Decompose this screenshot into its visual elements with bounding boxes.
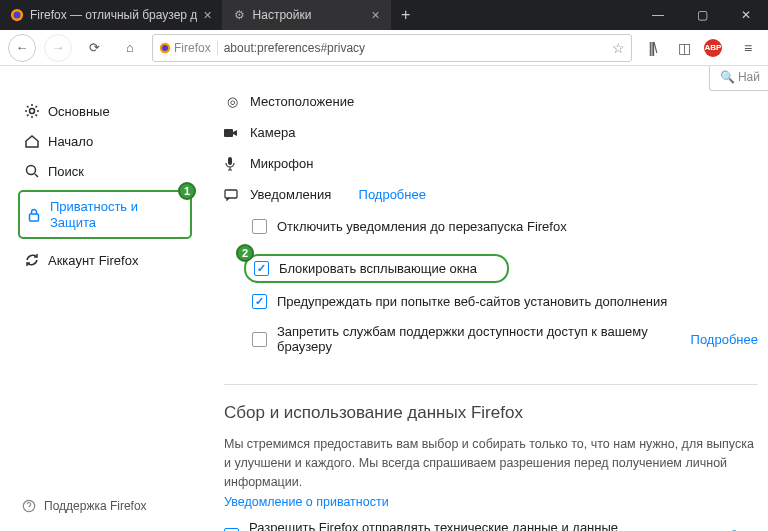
disable-notifications-checkbox-row[interactable]: Отключить уведомления до перезапуска Fir… xyxy=(224,214,758,244)
svg-point-3 xyxy=(162,45,168,51)
tab-settings[interactable]: ⚙ Настройки × xyxy=(223,0,391,30)
checkbox-icon[interactable] xyxy=(254,261,269,276)
telemetry-checkbox-row[interactable]: Разрешить Firefox отправлять технические… xyxy=(224,515,758,531)
sidebar-label: Аккаунт Firefox xyxy=(48,253,138,268)
sidebar-item-search[interactable]: Поиск xyxy=(18,156,192,186)
svg-point-5 xyxy=(27,166,36,175)
tab-firefox[interactable]: Firefox — отличный браузер д × xyxy=(0,0,223,30)
checkbox-icon[interactable] xyxy=(252,219,267,234)
checkbox-label: Запретить службам поддержки доступности … xyxy=(277,324,663,354)
home-button[interactable]: ⌂ xyxy=(116,34,144,62)
data-collection-description: Мы стремимся предоставить вам выбор и со… xyxy=(224,435,758,491)
svg-rect-8 xyxy=(224,129,233,137)
checkbox-icon[interactable] xyxy=(252,332,267,347)
svg-point-1 xyxy=(14,12,21,19)
sidebar-item-privacy[interactable]: Приватность и Защита 1 xyxy=(18,190,192,239)
sync-icon xyxy=(24,252,40,268)
close-icon[interactable]: × xyxy=(203,7,211,23)
tab-title: Firefox — отличный браузер д xyxy=(30,8,197,22)
permission-label: Местоположение xyxy=(250,94,354,109)
downloads-icon[interactable]: |||\ xyxy=(640,40,664,56)
prevent-a11y-checkbox-row[interactable]: Запретить службам поддержки доступности … xyxy=(224,319,758,364)
url-text: about:preferences#privacy xyxy=(224,41,365,55)
permission-notifications: Уведомления Подробнее xyxy=(224,183,758,214)
svg-rect-6 xyxy=(30,214,39,221)
home-icon xyxy=(24,133,40,149)
svg-rect-9 xyxy=(228,157,232,165)
warn-addons-checkbox-row[interactable]: Предупреждать при попытке веб-сайтов уст… xyxy=(224,289,758,319)
checkbox-label: Отключить уведомления до перезапуска Fir… xyxy=(277,219,567,234)
tab-title: Настройки xyxy=(253,8,366,22)
sidebar-label: Начало xyxy=(48,134,93,149)
svg-rect-10 xyxy=(225,190,237,198)
maximize-button[interactable]: ▢ xyxy=(680,0,724,30)
annotation-marker-2: 2 xyxy=(236,244,254,262)
notification-icon xyxy=(224,189,240,201)
close-icon[interactable]: × xyxy=(371,7,379,23)
sidebar-item-account[interactable]: Аккаунт Firefox xyxy=(18,245,192,275)
toolbar: ← → ⟳ ⌂ Firefox about:preferences#privac… xyxy=(0,30,768,66)
annotation-marker-1: 1 xyxy=(178,182,196,200)
lock-icon xyxy=(26,207,42,223)
support-link[interactable]: Поддержка Firefox xyxy=(22,499,147,513)
sidebar-item-general[interactable]: Основные xyxy=(18,96,192,126)
back-button[interactable]: ← xyxy=(8,34,36,62)
permission-location: ◎ Местоположение xyxy=(224,90,758,121)
url-bar[interactable]: Firefox about:preferences#privacy ☆ xyxy=(152,34,632,62)
block-popups-highlight: 2 Блокировать всплывающие окна xyxy=(244,254,509,283)
camera-icon xyxy=(224,127,240,139)
support-label: Поддержка Firefox xyxy=(44,499,147,513)
gear-favicon-icon: ⚙ xyxy=(233,8,247,22)
privacy-notice-link[interactable]: Уведомление о приватности xyxy=(224,495,758,509)
permission-camera: Камера xyxy=(224,121,758,152)
sidebar-label: Поиск xyxy=(48,164,84,179)
minimize-button[interactable]: — xyxy=(636,0,680,30)
learn-more-link[interactable]: Подробнее xyxy=(359,187,426,202)
learn-more-link[interactable]: Подробнее xyxy=(691,332,758,347)
permission-microphone: Микрофон xyxy=(224,152,758,183)
new-tab-button[interactable]: + xyxy=(391,0,421,30)
permission-label: Уведомления xyxy=(250,187,331,202)
preferences-main: 🔍 Най ◎ Местоположение Камера Микрофон У… xyxy=(200,66,768,531)
permission-label: Микрофон xyxy=(250,156,313,171)
microphone-icon xyxy=(224,157,240,171)
checkbox-label: Разрешить Firefox отправлять технические… xyxy=(249,520,663,531)
data-collection-heading: Сбор и использование данных Firefox xyxy=(224,384,758,423)
sidebar-label: Основные xyxy=(48,104,110,119)
bookmark-star-icon[interactable]: ☆ xyxy=(612,40,625,56)
find-in-preferences[interactable]: 🔍 Най xyxy=(709,66,768,91)
menu-button[interactable]: ≡ xyxy=(736,40,760,56)
preferences-sidebar: Основные Начало Поиск Приватность и Защи… xyxy=(0,66,200,531)
checkbox-icon[interactable] xyxy=(252,294,267,309)
firefox-favicon-icon xyxy=(10,8,24,22)
sidebar-icon[interactable]: ◫ xyxy=(672,40,696,56)
titlebar: Firefox — отличный браузер д × ⚙ Настрой… xyxy=(0,0,768,30)
close-button[interactable]: ✕ xyxy=(724,0,768,30)
checkbox-label: Предупреждать при попытке веб-сайтов уст… xyxy=(277,294,667,309)
permission-label: Камера xyxy=(250,125,295,140)
location-icon: ◎ xyxy=(224,94,240,109)
svg-point-4 xyxy=(30,109,35,114)
help-icon xyxy=(22,499,36,513)
gear-icon xyxy=(24,103,40,119)
sidebar-label: Приватность и Защита xyxy=(50,199,184,230)
abp-icon[interactable]: ABP xyxy=(704,39,728,57)
sidebar-item-home[interactable]: Начало xyxy=(18,126,192,156)
identity-box: Firefox xyxy=(159,41,218,55)
block-popups-label: Блокировать всплывающие окна xyxy=(279,261,477,276)
reload-button[interactable]: ⟳ xyxy=(80,34,108,62)
forward-button[interactable]: → xyxy=(44,34,72,62)
search-icon xyxy=(24,163,40,179)
